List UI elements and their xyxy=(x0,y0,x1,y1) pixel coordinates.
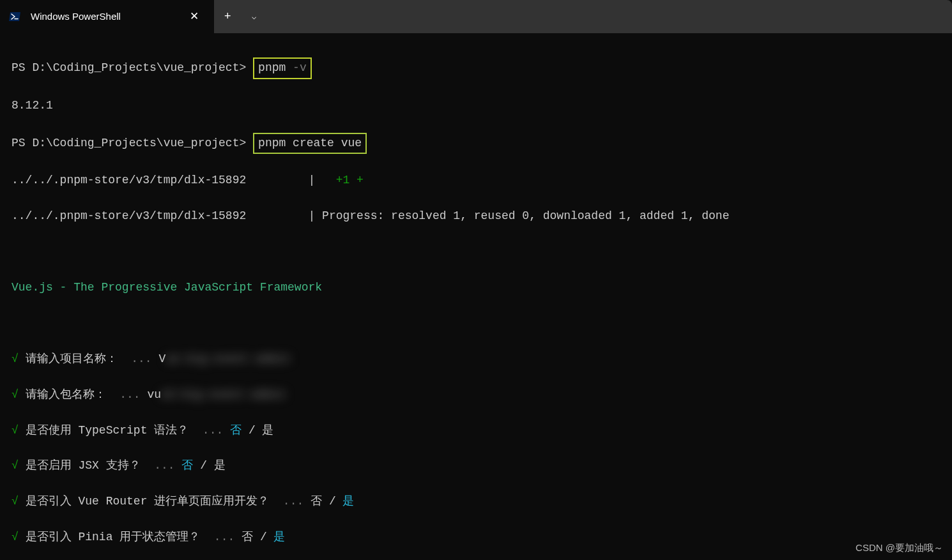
prompt: PS D:\Coding_Projects\vue_project> xyxy=(12,137,246,149)
tab-close-button[interactable]: ✕ xyxy=(183,6,205,27)
tab-dropdown-button[interactable]: ⌵ xyxy=(242,0,266,33)
prompt-pinia: √ 是否引入 Pinia 用于状态管理？ ... 否 / 是 xyxy=(12,529,940,547)
vue-banner: Vue.js - The Progressive JavaScript Fram… xyxy=(12,281,322,294)
prompt-typescript: √ 是否使用 TypeScript 语法？ ... 否 / 是 xyxy=(12,422,940,440)
powershell-icon xyxy=(9,10,22,23)
prompt-router: √ 是否引入 Vue Router 进行单页面应用开发？ ... 否 / 是 xyxy=(12,493,940,511)
prompt: PS D:\Coding_Projects\vue_project> xyxy=(12,61,246,74)
command-highlight-2: pnpm create vue xyxy=(253,133,367,155)
progress-line: ../../.pnpm-store/v3/tmp/dlx-15892 | Pro… xyxy=(12,208,940,225)
prompt-jsx: √ 是否启用 JSX 支持？ ... 否 / 是 xyxy=(12,457,940,475)
tab-title: Windows PowerShell xyxy=(31,9,121,24)
progress-plus: +1 + xyxy=(336,174,364,186)
command-highlight-1: pnpm -v xyxy=(253,57,312,79)
tab-powershell[interactable]: Windows PowerShell ✕ xyxy=(0,0,214,33)
new-tab-button[interactable]: + xyxy=(214,0,242,33)
titlebar: Windows PowerShell ✕ + ⌵ xyxy=(0,0,952,33)
store-path: ../../.pnpm-store/v3/tmp/dlx-15892 | xyxy=(12,174,336,186)
version-output: 8.12.1 xyxy=(12,99,53,112)
terminal-output[interactable]: PS D:\Coding_Projects\vue_project> pnpm … xyxy=(0,33,952,560)
prompt-package-name: √ 请输入包名称： ... vue3-big-event-admin xyxy=(12,386,940,404)
watermark: CSDN @要加油哦～ xyxy=(856,540,943,555)
prompt-project-name: √ 请输入项目名称： ... Vue-big-event-admin xyxy=(12,351,940,368)
tab-actions: + ⌵ xyxy=(214,0,266,33)
